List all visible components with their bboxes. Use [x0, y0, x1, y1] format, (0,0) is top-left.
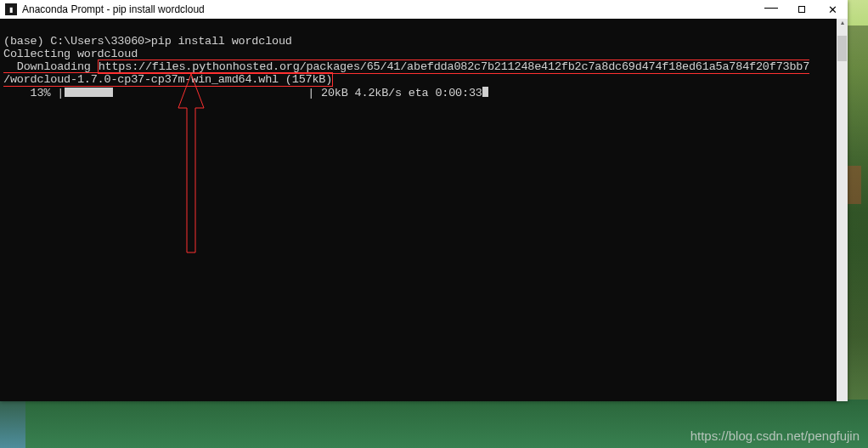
terminal-scrollbar[interactable]: ▴ [837, 19, 848, 401]
highlighted-url-box: https://files.pythonhosted.org/packages/… [3, 60, 809, 87]
download-prefix: Downloading [3, 60, 98, 73]
anaconda-prompt-window: ▮ Anaconda Prompt - pip install wordclou… [0, 0, 848, 401]
close-button[interactable]: ✕ [817, 0, 848, 19]
terminal-cursor [482, 87, 488, 97]
progress-stats: | 20kB 4.2kB/s eta 0:00:33 [113, 87, 482, 99]
command-text: pip install wordcloud [151, 35, 292, 48]
watermark-credit: https://blog.csdn.net/pengfujin [690, 428, 860, 443]
maximize-button[interactable] [786, 0, 817, 19]
prompt-text: (base) C:\Users\33060> [3, 35, 151, 48]
collecting-line: Collecting wordcloud [3, 48, 138, 60]
window-titlebar[interactable]: ▮ Anaconda Prompt - pip install wordclou… [0, 0, 848, 19]
window-controls: — ✕ [756, 0, 848, 19]
url-line1: https://files.pythonhosted.org/packages/… [99, 60, 810, 73]
scroll-thumb[interactable] [837, 36, 847, 61]
terminal-output[interactable]: (base) C:\Users\33060>pip install wordcl… [0, 19, 837, 401]
scroll-up-icon[interactable]: ▴ [837, 19, 848, 27]
progress-bar-filled [64, 88, 113, 97]
app-icon: ▮ [5, 3, 17, 15]
progress-percent: 13% | [3, 87, 64, 99]
url-line2: /wordcloud-1.7.0-cp37-cp37m-win_amd64.wh… [3, 73, 332, 86]
window-title: Anaconda Prompt - pip install wordcloud [22, 3, 756, 15]
minimize-button[interactable]: — [756, 0, 786, 19]
